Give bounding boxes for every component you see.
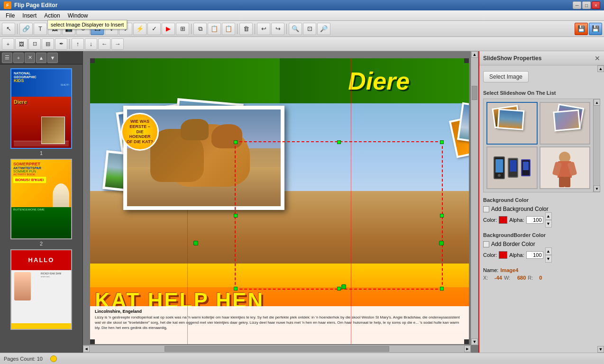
scroll-left-btn[interactable]: ◄ <box>83 346 90 352</box>
redo-btn[interactable]: ↪ <box>271 23 284 35</box>
right-panel-header: SlideShow Properties ✕ <box>479 51 604 65</box>
h-scrollbar[interactable]: ◄ ► <box>83 345 471 353</box>
save-btn[interactable]: 💾 <box>575 23 588 35</box>
scroll-up-btn[interactable]: ▲ <box>471 51 478 58</box>
zoom-in-btn[interactable]: 🔍 <box>289 23 302 35</box>
arrow-right-btn[interactable]: → <box>111 38 124 50</box>
edge-handle-left[interactable] <box>193 241 198 246</box>
panel-down-btn[interactable]: ▼ <box>47 53 58 63</box>
scroll-right-btn[interactable]: ► <box>464 346 471 352</box>
add-bg-color-checkbox[interactable] <box>483 206 489 212</box>
edge-handle-bottom[interactable] <box>341 284 346 289</box>
h-scroll-track <box>90 346 464 352</box>
border-alpha-input[interactable] <box>526 251 543 259</box>
v-scrollbar[interactable]: ▲ ▼ <box>471 51 478 345</box>
name-row: Name: Image4 <box>483 267 600 273</box>
border-alpha-up[interactable]: ▲ <box>545 247 552 255</box>
handle-tl[interactable] <box>234 140 238 144</box>
toolbar-sep-1 <box>17 24 18 34</box>
toolbar-secondary: + 🖼 ⊡ ▤ ✒ ↑ ↓ ← → <box>0 37 604 51</box>
menu-insert[interactable]: Insert <box>18 11 40 20</box>
panel-up-btn[interactable]: ▲ <box>36 53 46 63</box>
slideshow-list: ▲ ▼ <box>483 99 600 192</box>
paste-btn[interactable]: 📋 <box>208 23 221 35</box>
thumbnail-2[interactable]: SOMERPRET AKTIWITEITSPAR SOMMER FUN ACTI… <box>10 159 72 246</box>
menu-window[interactable]: Window <box>64 11 92 20</box>
thumbnail-img-1[interactable]: NATIONALGEOGRAPHICKIDS SHOT! Diere <box>10 68 72 149</box>
panel-add-btn[interactable]: + <box>13 53 24 63</box>
edge-handle-right[interactable] <box>439 241 444 246</box>
alpha-input[interactable] <box>526 216 543 224</box>
list-scroll-down[interactable]: ▼ <box>594 185 600 192</box>
youtube-btn[interactable]: ▶ <box>162 23 175 35</box>
undo-btn[interactable]: ↩ <box>257 23 270 35</box>
text-btn[interactable]: T <box>34 23 47 35</box>
thumbnail-1[interactable]: NATIONALGEOGRAPHICKIDS SHOT! Diere 1 <box>10 68 72 156</box>
slideshow-btn[interactable]: ▤ <box>42 38 54 50</box>
close-btn[interactable]: × <box>592 1 600 9</box>
thumbnail-3[interactable]: HALLO RICKEY-DAK DAN!article text... <box>10 249 72 331</box>
maximize-btn[interactable]: □ <box>582 1 591 9</box>
panel-scroll-down[interactable]: ▼ <box>597 346 604 353</box>
slideshow-thumb-3[interactable] <box>486 146 538 189</box>
copy-btn[interactable]: ⧉ <box>193 23 207 35</box>
list-scroll-up[interactable]: ▲ <box>594 99 600 106</box>
border-alpha-spinner[interactable]: ▲ ▼ <box>545 247 552 263</box>
minimize-btn[interactable]: ─ <box>573 1 581 9</box>
paste2-btn[interactable]: 📋 <box>222 23 235 35</box>
thumbnail-img-2[interactable]: SOMERPRET AKTIWITEITSPAR SOMMER FUN ACTI… <box>10 159 72 239</box>
list-scrollbar[interactable]: ▲ ▼ <box>593 99 600 192</box>
handle-br[interactable] <box>440 287 444 291</box>
arrow-down-btn[interactable]: ↓ <box>85 38 97 50</box>
zoom-out-btn[interactable]: 🔎 <box>317 23 330 35</box>
border-color-swatch[interactable] <box>499 251 507 259</box>
handle-bl[interactable] <box>234 287 238 291</box>
toolbar-sep-4 <box>255 24 255 34</box>
print-btn[interactable]: ⊞ <box>176 23 189 35</box>
slideshow-thumb-2[interactable] <box>540 102 591 145</box>
add-border-color-checkbox[interactable] <box>483 241 489 247</box>
menu-action[interactable]: Action <box>40 11 64 20</box>
thumbnail-img-3[interactable]: HALLO RICKEY-DAK DAN!article text... <box>10 249 72 330</box>
cursor-tool-btn[interactable]: ↖ <box>2 23 15 35</box>
panel-list-btn[interactable]: ☰ <box>2 53 12 63</box>
panel-close-btn[interactable]: ✕ <box>595 55 600 62</box>
handle-tm[interactable] <box>337 140 341 144</box>
img-add-btn[interactable]: 🖼 <box>15 38 27 50</box>
slideshow-thumb-1[interactable] <box>486 102 538 145</box>
toolbar-sep-5 <box>286 24 287 34</box>
delete-btn[interactable]: 🗑 <box>239 23 253 35</box>
border-color-row: Color: Alpha: ▲ ▼ <box>483 247 600 263</box>
ok-btn[interactable]: ✓ <box>147 23 161 35</box>
arrow-up-btn[interactable]: ↑ <box>72 38 84 50</box>
handle-ml[interactable] <box>234 214 238 218</box>
select-image-btn[interactable]: Select Image <box>483 71 529 82</box>
w-label: W: <box>504 275 515 281</box>
zoom-fit-btn[interactable]: ⊡ <box>303 23 316 35</box>
alpha-up-btn[interactable]: ▲ <box>545 212 552 220</box>
corner-tl <box>90 58 95 63</box>
save2-btn[interactable]: 💾 <box>589 23 602 35</box>
add-page-btn[interactable]: + <box>2 38 14 50</box>
panel-scroll-up[interactable]: ▲ <box>597 65 604 72</box>
menu-file[interactable]: File <box>2 11 18 20</box>
handle-mr[interactable] <box>440 214 444 218</box>
flash-btn[interactable]: ⚡ <box>133 23 146 35</box>
arrow-left-btn[interactable]: ← <box>98 38 110 50</box>
alpha-spinner[interactable]: ▲ ▼ <box>545 212 552 228</box>
alpha-down-btn[interactable]: ▼ <box>545 220 552 228</box>
selection-box[interactable] <box>235 141 443 290</box>
link-btn[interactable]: 🔗 <box>19 23 33 35</box>
r-value: 0 <box>539 275 542 281</box>
h-scroll-thumb[interactable] <box>165 346 389 352</box>
img-tool-btn[interactable]: ✒ <box>55 38 67 50</box>
handle-bm[interactable] <box>337 287 341 291</box>
slideshow-thumb-4[interactable] <box>540 146 591 189</box>
border-alpha-down[interactable]: ▼ <box>545 255 552 263</box>
bg-color-swatch[interactable] <box>499 216 507 224</box>
scroll-down-btn[interactable]: ▼ <box>471 338 478 345</box>
handle-tr[interactable] <box>440 140 444 144</box>
v-scroll-thumb[interactable] <box>472 86 477 100</box>
img-select-btn[interactable]: ⊡ <box>28 38 41 50</box>
panel-remove-btn[interactable]: ✕ <box>25 53 35 63</box>
